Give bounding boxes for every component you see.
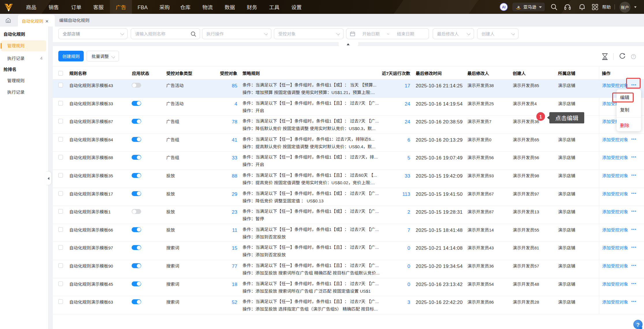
svg-text:a: a (517, 4, 520, 9)
svg-text:?: ? (633, 55, 634, 58)
svg-text:AI: AI (502, 5, 505, 9)
